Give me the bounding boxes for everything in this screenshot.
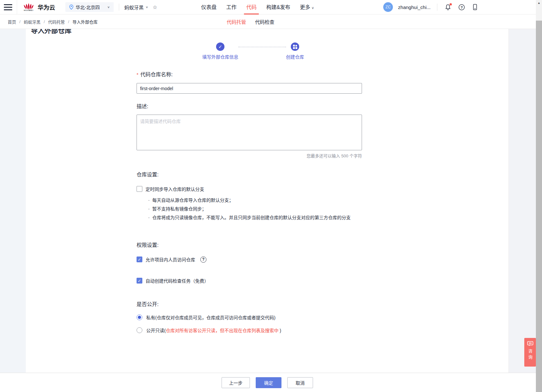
workspace: 导入外部仓库 ✓ 填写外部仓库信息 创建仓库 *代码仓库名称: 描述: [0, 29, 536, 373]
consult-floating-button[interactable]: 咨询 [524, 338, 536, 367]
sync-note: 仓库将成为只读镜像仓库，不能写入。并且只同步当前创建仓库的默认分支对应的第三方仓… [148, 213, 509, 222]
footer-bar: 上一步 确定 取消 [0, 373, 536, 392]
region-name: 华北-北京四 [76, 4, 100, 10]
scrollbar-thumb[interactable] [536, 21, 542, 392]
nav-item-build-release[interactable]: 构建&发布 [266, 0, 290, 14]
page-title: 导入外部仓库 [31, 29, 509, 34]
allow-members-row: ✓ 允许项目内人员访问仓库 ? [137, 256, 509, 263]
private-radio-row: 私有(仓库仅对仓库成员可见，仓库成员可访问仓库或者提交代码) [137, 314, 509, 321]
step-fill-repo-info: ✓ 填写外部仓库信息 [202, 42, 238, 60]
breadcrumb: 首页 / 蚂蚁牙黑 / 代码托管 / 导入外部仓库 [8, 14, 98, 29]
sync-note: 每天自动从源仓库导入仓库的默认分支； [148, 196, 509, 205]
auto-check-checkbox[interactable]: ✓ [137, 278, 142, 284]
help-icon[interactable]: ? [457, 3, 466, 11]
sync-checkbox-row: 定时同步导入仓库的默认分支 [137, 186, 509, 192]
private-radio-label[interactable]: 私有(仓库仅对仓库成员可见，仓库成员可访问仓库或者提交代码) [146, 314, 275, 321]
left-gutter [0, 29, 26, 373]
consult-label: 咨询 [527, 349, 533, 361]
public-readonly-radio-row: 公开只读(仓库对所有访客公开只读，但不出现在仓库列表及搜索中 ) [137, 327, 509, 333]
sync-checkbox[interactable] [137, 186, 142, 192]
service-tabs: 代码托管 代码检查 [227, 14, 274, 29]
auto-check-label[interactable]: 自动创建代码检查任务（免费） [146, 277, 209, 284]
tab-code-check[interactable]: 代码检查 [255, 18, 274, 25]
user-name[interactable]: zhanghui_chi... [398, 5, 431, 10]
repo-settings-heading: 仓库设置: [137, 170, 509, 178]
allow-members-label[interactable]: 允许项目内人员访问仓库 [146, 256, 195, 263]
step-label: 创建仓库 [286, 53, 304, 60]
region-selector[interactable]: 华北-北京四 ∨ [65, 2, 114, 12]
step-label: 填写外部仓库信息 [202, 53, 238, 60]
sync-notes: 每天自动从源仓库导入仓库的默认分支； 暂不支持私有镜像仓同步； 仓库将成为只读镜… [148, 196, 509, 222]
import-repo-form: *代码仓库名称: 描述: 您最多还可以输入 500 个字符 仓库设置: 定时同步… [26, 70, 509, 333]
nav-item-dashboard[interactable]: 仪表盘 [201, 0, 217, 14]
scrollbar-up-arrow[interactable]: ▲ [536, 0, 542, 6]
main-nav: 仪表盘 工作 代码 构建&发布 更多∨ [201, 0, 314, 14]
divider [119, 4, 119, 11]
repo-name-input[interactable] [137, 83, 362, 94]
top-navbar: HUAWEI 华为云 华北-北京四 ∨ 蚂蚁牙黑 ∨ ☆ 仪表盘 工作 代码 构… [0, 0, 536, 14]
chevron-down-icon: ∨ [107, 5, 110, 9]
mobile-app-icon[interactable] [471, 3, 479, 11]
divider [437, 4, 437, 11]
char-counter: 您最多还可以输入 500 个字符 [137, 153, 362, 159]
check-icon: ✓ [138, 257, 141, 262]
public-readonly-radio-label[interactable]: 公开只读(仓库对所有访客公开只读，但不出现在仓库列表及搜索中 ) [146, 327, 281, 333]
huawei-logo-icon: HUAWEI [22, 2, 35, 13]
stepper: ✓ 填写外部仓库信息 创建仓库 [202, 42, 509, 60]
grid-icon [291, 42, 299, 51]
private-radio[interactable] [137, 314, 142, 320]
tab-code-hosting[interactable]: 代码托管 [227, 18, 246, 25]
breadcrumb-separator: / [68, 19, 69, 24]
brand-name: 华为云 [38, 3, 55, 11]
required-mark: * [137, 72, 138, 77]
help-question-icon[interactable]: ? [200, 257, 206, 263]
permissions-heading: 权限设置: [137, 241, 509, 248]
chat-bubble-icon [527, 341, 533, 346]
footer-buttons: 上一步 确定 取消 [26, 373, 509, 388]
vertical-scrollbar[interactable]: ▲ [536, 0, 542, 392]
import-repo-card: 导入外部仓库 ✓ 填写外部仓库信息 创建仓库 *代码仓库名称: 描述: [26, 29, 509, 373]
step-create-repo: 创建仓库 [286, 42, 304, 60]
hamburger-menu-icon[interactable] [4, 0, 12, 14]
project-name: 蚂蚁牙黑 [124, 4, 144, 11]
previous-step-button[interactable]: 上一步 [222, 377, 250, 388]
step-connector [238, 47, 286, 47]
notification-bell-icon[interactable] [444, 3, 452, 11]
huawei-cloud-logo[interactable]: HUAWEI 华为云 [17, 0, 60, 14]
nav-item-code[interactable]: 代码 [246, 0, 257, 14]
nav-item-more[interactable]: 更多∨ [300, 0, 314, 14]
public-readonly-radio[interactable] [137, 327, 142, 333]
breadcrumb-codehub[interactable]: 代码托管 [48, 19, 65, 25]
location-pin-icon [69, 5, 73, 10]
repo-name-label: *代码仓库名称: [137, 70, 509, 78]
visibility-heading: 是否公开: [137, 300, 509, 308]
notification-dot [450, 3, 452, 5]
sub-navbar: 首页 / 蚂蚁牙黑 / 代码托管 / 导入外部仓库 代码托管 代码检查 [0, 14, 536, 29]
user-avatar[interactable]: ZC [383, 2, 393, 12]
svg-text:?: ? [461, 5, 463, 9]
description-label: 描述: [137, 102, 509, 110]
sync-checkbox-label[interactable]: 定时同步导入仓库的默认分支 [146, 186, 204, 192]
breadcrumb-separator: / [19, 19, 21, 24]
chevron-down-icon: ∨ [311, 6, 314, 10]
auto-check-row: ✓ 自动创建代码检查任务（免费） [137, 277, 509, 284]
check-icon: ✓ [138, 279, 141, 283]
public-readonly-warning: 仓库对所有访客公开只读，但不出现在仓库列表及搜索中 [166, 328, 279, 333]
right-gutter [509, 29, 536, 373]
breadcrumb-separator: / [44, 19, 45, 24]
step-check-icon: ✓ [216, 42, 224, 51]
breadcrumb-project[interactable]: 蚂蚁牙黑 [24, 19, 41, 25]
favorite-star-icon[interactable]: ☆ [153, 4, 157, 10]
confirm-button[interactable]: 确定 [256, 377, 281, 388]
allow-members-checkbox[interactable]: ✓ [137, 257, 142, 262]
description-textarea[interactable] [137, 115, 362, 150]
breadcrumb-home[interactable]: 首页 [8, 19, 16, 25]
breadcrumb-current: 导入外部仓库 [72, 19, 98, 25]
sync-note: 暂不支持私有镜像仓同步； [148, 205, 509, 213]
nav-right-cluster: ZC zhanghui_chi... ? [383, 0, 479, 14]
cancel-button[interactable]: 取消 [287, 377, 313, 388]
chevron-down-icon: ∨ [146, 5, 148, 9]
page-title-clip: 导入外部仓库 [31, 29, 509, 34]
nav-item-work[interactable]: 工作 [226, 0, 237, 14]
project-selector[interactable]: 蚂蚁牙黑 ∨ [124, 4, 148, 11]
